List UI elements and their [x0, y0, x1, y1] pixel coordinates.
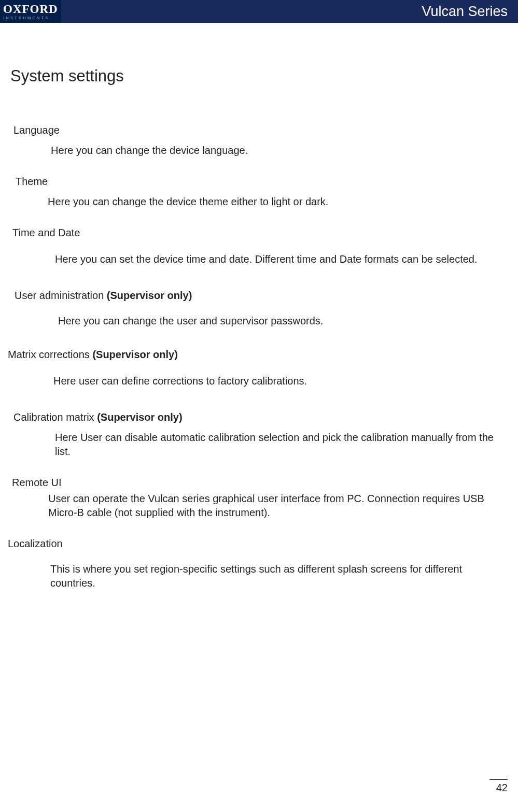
page-number: 42 — [496, 782, 508, 794]
section-useradmin: User administration (Supervisor only) He… — [15, 290, 508, 328]
heading-supervisor-tag: (Supervisor only) — [97, 411, 182, 423]
logo: OXFORD INSTRUMENTS — [0, 0, 61, 23]
heading-text: User administration — [15, 290, 107, 301]
section-theme: Theme Here you can change the device the… — [16, 176, 508, 209]
section-heading-language: Language — [13, 124, 508, 136]
section-matrix-corrections: Matrix corrections (Supervisor only) Her… — [8, 349, 508, 388]
page-title: System settings — [10, 67, 508, 86]
heading-text: Matrix corrections — [8, 349, 92, 360]
heading-supervisor-tag: (Supervisor only) — [107, 290, 192, 301]
section-body-language: Here you can change the device language. — [13, 144, 508, 158]
section-calibration-matrix: Calibration matrix (Supervisor only) Her… — [13, 411, 508, 459]
section-heading-useradmin: User administration (Supervisor only) — [15, 290, 508, 302]
logo-sub-text: INSTRUMENTS — [3, 16, 58, 20]
section-heading-localization: Localization — [8, 538, 508, 550]
logo-main-text: OXFORD — [3, 3, 58, 15]
content-area: System settings Language Here you can ch… — [0, 23, 518, 590]
section-body-useradmin: Here you can change the user and supervi… — [15, 309, 508, 328]
section-heading-matrix: Matrix corrections (Supervisor only) — [8, 349, 508, 361]
section-body-theme: Here you can change the device theme eit… — [16, 195, 508, 209]
heading-supervisor-tag: (Supervisor only) — [92, 349, 177, 360]
section-body-matrix: Here user can define corrections to fact… — [8, 368, 508, 388]
section-body-localization: This is where you set region-specific se… — [8, 557, 508, 590]
section-body-calibration: Here User can disable automatic calibrat… — [13, 431, 508, 459]
section-heading-timedate: Time and Date — [12, 227, 508, 239]
section-body-timedate: Here you can set the device time and dat… — [12, 246, 508, 266]
section-body-remote: User can operate the Vulcan series graph… — [12, 492, 508, 520]
section-remote-ui: Remote UI User can operate the Vulcan se… — [12, 477, 508, 520]
header-bar: OXFORD INSTRUMENTS Vulcan Series — [0, 0, 518, 23]
section-heading-theme: Theme — [16, 176, 508, 188]
section-language: Language Here you can change the device … — [13, 124, 508, 158]
header-title: Vulcan Series — [422, 4, 518, 20]
section-timedate: Time and Date Here you can set the devic… — [12, 227, 508, 266]
heading-text: Calibration matrix — [13, 411, 97, 423]
page-number-divider — [489, 779, 508, 780]
section-heading-remote: Remote UI — [12, 477, 508, 489]
section-heading-calibration: Calibration matrix (Supervisor only) — [13, 411, 508, 423]
section-localization: Localization This is where you set regio… — [8, 538, 508, 590]
